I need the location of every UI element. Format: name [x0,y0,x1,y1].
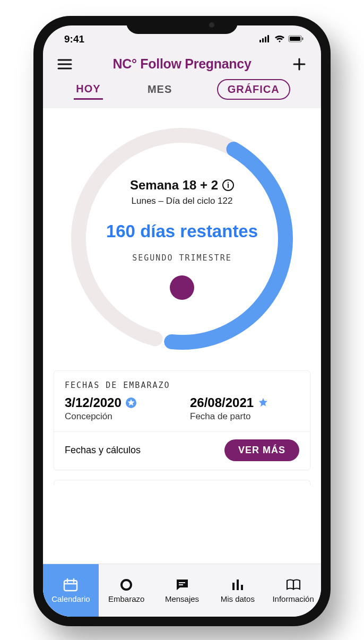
tabbar-pregnancy[interactable]: Embarazo [99,564,154,617]
status-right [259,33,304,45]
svg-rect-5 [290,37,300,41]
phone-frame: 9:41 NC° Follow Pregnancy [33,16,331,626]
svg-rect-2 [265,37,266,42]
progress-ring: Semana 18 + 2 i Lunes – Día del ciclo 12… [65,122,299,356]
due-label: Fecha de parto [190,411,299,422]
due-value: 26/08/2021 [190,395,254,410]
svg-rect-25 [237,580,239,590]
app-header: NC° Follow Pregnancy [43,53,321,77]
week-line: Semana 18 + 2 i [130,178,234,193]
svg-rect-24 [232,583,235,590]
pregnancy-dates-card: FECHAS DE EMBARAZO 3/12/2020 Concepción [54,370,310,470]
due-column: 26/08/2021 Fecha de parto [190,395,299,422]
tabbar-messages[interactable]: Mensajes [154,564,210,617]
conception-value: 3/12/2020 [65,395,122,410]
header-add-button[interactable] [290,57,308,71]
card-footer: Fechas y cálculos VER MÁS [65,439,299,461]
star-icon [258,397,268,408]
dates-row: 3/12/2020 Concepción 26/08/2021 [65,395,299,422]
ring-center: Semana 18 + 2 i Lunes – Día del ciclo 12… [65,122,299,356]
svg-rect-1 [262,38,264,42]
conception-label: Concepción [65,411,174,422]
tab-chart[interactable]: GRÁFICA [217,79,290,100]
trimester-label: SEGUNDO TRIMESTRE [132,253,232,263]
info-icon[interactable]: i [222,179,234,191]
tabbar-calendar[interactable]: Calendario [43,564,99,617]
view-tabs: HOY MES GRÁFICA [43,77,321,108]
conception-date: 3/12/2020 [65,395,174,410]
wifi-icon [274,33,285,45]
see-more-button[interactable]: VER MÁS [224,439,299,461]
main-content: Semana 18 + 2 i Lunes – Día del ciclo 12… [43,108,321,564]
svg-point-21 [122,580,131,590]
tabbar-calendar-label: Calendario [51,594,90,603]
conception-column: 3/12/2020 Concepción [65,395,174,422]
book-icon [285,577,301,592]
bars-icon [231,577,245,592]
tabbar-mydata[interactable]: Mis datos [210,564,265,617]
days-remaining: 160 días restantes [106,221,258,241]
tabbar-info[interactable]: Información [265,564,321,617]
plus-icon [65,122,77,134]
tabbar-messages-label: Mensajes [165,594,199,603]
bottom-tab-bar: Calendario Embarazo Mensajes Mis datos [43,564,321,617]
device-notch [126,16,238,34]
svg-rect-3 [267,35,269,42]
menu-button[interactable] [56,58,74,70]
tabbar-mydata-label: Mis datos [221,594,255,603]
due-date: 26/08/2021 [190,395,299,410]
screen: 9:41 NC° Follow Pregnancy [43,25,321,617]
svg-rect-17 [64,581,77,591]
next-card-peek [54,480,310,485]
plus-icon [292,57,306,71]
svg-rect-26 [241,585,243,590]
cycle-day-text: Lunes – Día del ciclo 122 [132,196,233,206]
battery-icon [288,33,304,45]
tab-month[interactable]: MES [145,80,174,99]
cellular-icon [259,33,271,45]
card-title: FECHAS DE EMBARAZO [65,380,299,390]
tabbar-info-label: Información [272,594,314,603]
hamburger-icon [57,58,72,70]
footer-text: Fechas y cálculos [65,445,141,456]
week-text: Semana 18 + 2 [130,178,218,193]
calendar-icon [63,577,78,592]
app-title: NC° Follow Pregnancy [113,56,252,72]
svg-rect-6 [302,38,304,40]
svg-rect-0 [259,40,261,42]
tabbar-pregnancy-label: Embarazo [108,594,144,603]
card-divider [54,431,310,432]
circle-icon [119,577,133,592]
tab-today[interactable]: HOY [74,80,102,100]
add-entry-button[interactable] [170,275,194,300]
status-time: 9:41 [64,33,84,45]
chat-icon [175,577,189,592]
star-badge-icon [126,397,136,408]
